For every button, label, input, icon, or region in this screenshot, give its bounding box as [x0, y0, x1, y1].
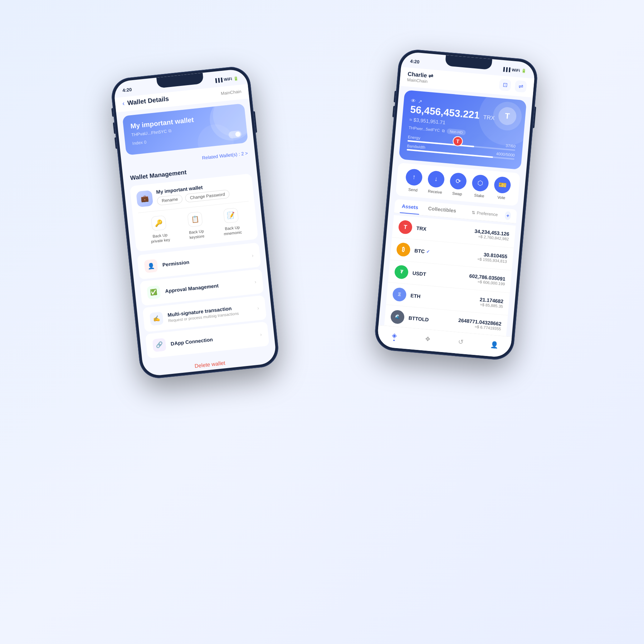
- bttold-values: 2648771.04328662 ≈$ 6.77419355: [458, 317, 502, 331]
- permission-text: Permission: [162, 253, 247, 268]
- eth-logo: Ξ: [392, 287, 407, 302]
- btc-logo: ₿: [396, 242, 411, 257]
- right-status-time: 4:20: [410, 58, 420, 64]
- permission-label: Permission: [162, 253, 247, 268]
- trx-info: TRX: [416, 225, 470, 235]
- wifi-icon: WiFi: [224, 77, 232, 82]
- stake-action[interactable]: ⬡ Stake: [471, 174, 489, 199]
- chain-label: MainChain: [221, 89, 242, 96]
- expand-icon[interactable]: ↗: [418, 98, 423, 104]
- status-icons: ▐▐▐ WiFi 🔋: [214, 76, 239, 83]
- collections-nav-icon: ❖: [423, 334, 432, 343]
- btc-values: 30.810455 ≈$ 1555,934,813: [477, 251, 508, 264]
- btc-name: BTC ✓: [414, 248, 474, 258]
- usdt-info: USDT: [412, 270, 465, 280]
- address-copy-icon[interactable]: ⧉: [442, 128, 445, 133]
- backup-keystore-label: Back Upkeystore: [189, 229, 205, 240]
- balance-currency: TRX: [483, 114, 495, 121]
- receive-action[interactable]: ↓ Receive: [427, 170, 445, 195]
- tab-assets[interactable]: Assets: [400, 199, 420, 215]
- wallet-item-info: My important wallet Rename Change Passwo…: [156, 180, 248, 205]
- right-wifi-icon: WiFi: [512, 68, 520, 73]
- trx-values: 34,234,453.126 ≈$ 2,760,842,982: [474, 228, 509, 241]
- multisig-icon: ✍️: [150, 312, 164, 326]
- balance-address-text: THPwer...5wtFYC: [409, 126, 440, 133]
- approval-icon: ✅: [147, 285, 161, 299]
- power-button: [253, 111, 257, 133]
- scan-button[interactable]: ⊡: [499, 79, 511, 91]
- right-screen: 4:20 ▐▐▐ WiFi 🔋 Charlie ⇌ MainChain ⊡ ⇌: [377, 51, 536, 358]
- signal-icon: ▐▐▐: [214, 78, 223, 83]
- nav-collections[interactable]: ❖: [423, 334, 432, 343]
- assets-nav-icon: ◈: [390, 331, 399, 340]
- add-asset-button[interactable]: +: [504, 211, 511, 220]
- eth-info: ETH: [410, 293, 476, 304]
- volume-down-button: [114, 137, 117, 149]
- action-row: ↑ Send ↓ Receive ⟳ Swap ⬡ Stake: [396, 162, 521, 206]
- dapp-arrow: ›: [260, 331, 262, 337]
- right-volume-up-button: [394, 91, 396, 102]
- right-phone: 4:20 ▐▐▐ WiFi 🔋 Charlie ⇌ MainChain ⊡ ⇌: [374, 48, 539, 361]
- swap-action[interactable]: ⟳ Swap: [449, 172, 467, 196]
- preference-label: Preference: [477, 210, 498, 217]
- backup-mnemonic-label: Back Upmnemonic: [223, 225, 242, 237]
- vote-action[interactable]: 🎫 Vote: [493, 176, 511, 200]
- preference-button[interactable]: ⇅ Preference: [472, 210, 498, 217]
- energy-label: Energy: [408, 135, 420, 140]
- rename-button[interactable]: Rename: [157, 194, 183, 205]
- wallet-card: My important wallet THPvaU...Fhn5YC ⧉ In…: [122, 103, 248, 155]
- eye-icon[interactable]: 👁: [411, 98, 416, 104]
- send-label: Send: [408, 187, 418, 192]
- assets-nav-dot: [393, 340, 395, 341]
- bandwidth-value: 4000/5000: [496, 151, 515, 157]
- backup-mnemonic-icon: 📝: [223, 208, 239, 223]
- stake-label: Stake: [474, 193, 484, 198]
- battery-icon: 🔋: [233, 76, 239, 81]
- backup-mnemonic[interactable]: 📝 Back Upmnemonic: [221, 208, 242, 236]
- dapp-text: DApp Connection: [170, 332, 255, 347]
- usdt-values: 602,786.035091 ≈$ 606,000.199: [469, 273, 506, 286]
- dapp-icon: 🔗: [152, 338, 166, 352]
- left-screen: 4:20 ▐▐▐ WiFi 🔋 ‹ Wallet Details MainCha…: [113, 68, 277, 377]
- backup-keystore-icon: 📋: [187, 211, 203, 227]
- permission-arrow: ›: [252, 252, 254, 258]
- btc-info: BTC ✓: [414, 248, 474, 258]
- tab-collectibles[interactable]: Collectibles: [426, 202, 458, 218]
- bttold-name: BTTOLD: [408, 315, 454, 325]
- bttold-info: BTTOLD: [408, 315, 454, 325]
- toggle-button[interactable]: [228, 130, 242, 139]
- nav-account[interactable]: 👤: [490, 340, 499, 349]
- approval-text: Approval Management: [165, 279, 250, 294]
- change-password-button[interactable]: Change Password: [185, 190, 230, 203]
- permission-icon: 👤: [144, 259, 158, 273]
- header-actions: ⊡ ⇌: [499, 79, 527, 93]
- wallet-icon: 💼: [140, 194, 149, 203]
- back-button[interactable]: ‹: [122, 100, 125, 108]
- backup-keystore[interactable]: 📋 Back Upkeystore: [187, 211, 204, 240]
- copy-icon[interactable]: ⧉: [168, 128, 172, 134]
- multisig-arrow: ›: [257, 305, 259, 311]
- non-hd-badge: Non-HD: [447, 128, 466, 135]
- right-status-icons: ▐▐▐ WiFi 🔋: [502, 67, 526, 73]
- usdt-logo: ₮: [394, 265, 409, 279]
- approval-label: Approval Management: [165, 279, 250, 294]
- vote-label: Vote: [497, 195, 506, 200]
- right-power-button: [533, 107, 536, 128]
- energy-value: 37/60: [506, 143, 516, 148]
- backup-private-key[interactable]: 🔑 Back Upprivate key: [148, 215, 170, 244]
- nav-history[interactable]: ↺: [456, 337, 465, 346]
- dapp-label: DApp Connection: [170, 332, 255, 347]
- account-nav-icon: 👤: [490, 340, 499, 349]
- btc-verified-icon: ✓: [426, 249, 430, 254]
- send-action[interactable]: ↑ Send: [405, 168, 423, 192]
- card-decoration-1: [211, 103, 248, 139]
- wallet-switch-button[interactable]: ⇌: [514, 80, 527, 93]
- balance-card: T 👁 ↗ 56,456,453.221 TRX ≈ $3,951,951.71…: [399, 90, 527, 170]
- receive-label: Receive: [428, 189, 443, 194]
- nav-assets[interactable]: ◈: [390, 331, 399, 341]
- management-card: 💼 My important wallet Rename Change Pass…: [130, 174, 258, 252]
- receive-icon: ↓: [427, 170, 445, 188]
- multisig-text: Multi-signature transaction Request or p…: [167, 303, 253, 323]
- swap-label: Swap: [452, 191, 462, 196]
- vote-icon: 🎫: [493, 176, 511, 194]
